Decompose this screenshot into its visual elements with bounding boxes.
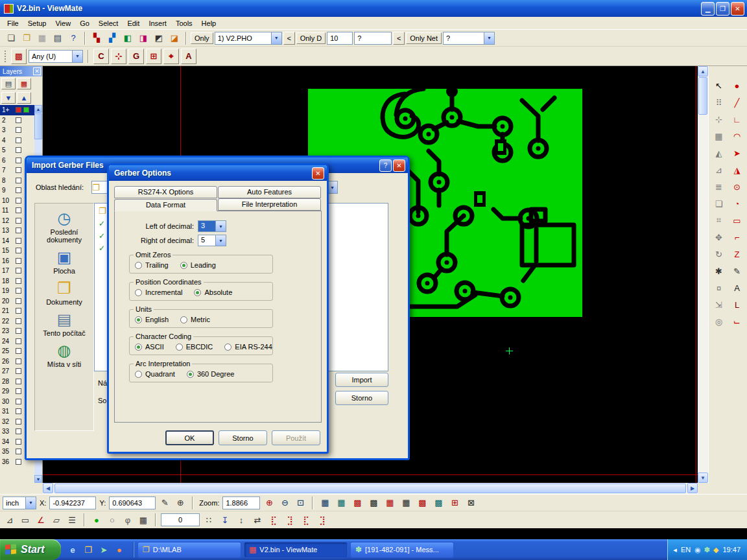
chevron-down-icon[interactable]: ▼ <box>215 221 226 231</box>
close-icon[interactable]: ✕ <box>33 67 41 75</box>
red-dot-grid-icon-2[interactable]: ⣹ <box>283 513 297 527</box>
layer-swatch[interactable] <box>16 178 21 183</box>
layer-swatch[interactable] <box>16 358 21 364</box>
dcode-highlight-icon[interactable]: ▚ <box>89 31 104 45</box>
language-indicator[interactable]: EN <box>681 546 691 554</box>
draw-hook-icon[interactable]: ⌙ <box>729 314 746 329</box>
vertical-scroll-thumb[interactable] <box>698 77 707 115</box>
net-select[interactable]: ? ▼ <box>443 32 495 45</box>
cancel-button[interactable]: Storno <box>219 430 267 445</box>
help-pointer-icon[interactable]: ? <box>66 31 80 45</box>
menu-item-setup[interactable]: Setup <box>23 18 51 29</box>
net-highlight-icon[interactable]: ◩ <box>152 31 166 45</box>
layer-row-3[interactable]: 3 <box>0 125 34 135</box>
probe-icon[interactable]: ¤ <box>711 280 728 296</box>
restore-button[interactable]: ❐ <box>716 2 729 16</box>
open-folder-icon[interactable]: ❐ <box>19 31 34 45</box>
select-cursor-icon[interactable]: ↖ <box>711 78 728 93</box>
dcode-input[interactable]: 10 <box>327 32 353 45</box>
task-messenger[interactable]: ✽[191-482-091] - Mess... <box>350 542 454 558</box>
layer-swatch[interactable] <box>16 288 21 294</box>
layer-swatch[interactable] <box>16 308 21 314</box>
minimize-button[interactable]: ▁ <box>701 2 715 16</box>
layer-swatch[interactable] <box>16 298 21 304</box>
scroll-up-icon[interactable]: ▲ <box>698 66 708 76</box>
layer-swatch[interactable] <box>16 408 21 414</box>
layer-swatch[interactable] <box>16 428 21 434</box>
scroll-right-icon[interactable]: ▶ <box>687 483 698 493</box>
measure-rect-icon[interactable]: ▭ <box>18 513 32 527</box>
media-icon[interactable]: ➤ <box>97 543 110 556</box>
layer-swatch[interactable] <box>16 258 21 264</box>
layer-swatch[interactable] <box>16 218 21 224</box>
place-documents[interactable]: ❐Dokumenty <box>36 280 92 306</box>
radio-incremental[interactable]: Incremental <box>135 288 182 296</box>
tab-rs274-x-options[interactable]: RS274-X Options <box>114 186 217 198</box>
help-icon[interactable]: ? <box>379 159 392 172</box>
filled-rect-icon[interactable]: ▦ <box>711 128 728 144</box>
gerber-icon[interactable]: G <box>128 49 144 64</box>
red-dot-grid-icon-1[interactable]: ⣏ <box>267 513 281 527</box>
radio-metric[interactable]: Metric <box>180 316 210 323</box>
measure-distance-icon[interactable]: ⊿ <box>3 513 17 527</box>
negative-red-icon[interactable]: ▩ <box>415 496 429 510</box>
table-icon[interactable]: ▦ <box>136 513 150 527</box>
layer-swatch[interactable] <box>16 187 21 193</box>
query-icon[interactable]: ◪ <box>167 31 182 45</box>
label-l-icon[interactable]: L <box>729 297 746 312</box>
layer-swatch[interactable] <box>16 248 21 253</box>
only-layer-toggle[interactable]: Only <box>191 32 213 44</box>
browser-icon[interactable]: ● <box>113 543 126 556</box>
status-light-icon[interactable]: ● <box>89 513 104 527</box>
layer-swatch[interactable] <box>16 348 21 354</box>
origin-target-icon[interactable]: ⊕ <box>173 496 187 510</box>
layer-swatch[interactable] <box>16 449 21 454</box>
scroll-down-icon[interactable]: ▼ <box>34 475 42 483</box>
move-icon[interactable]: ✥ <box>711 229 728 245</box>
layers-scroll-thumb[interactable] <box>34 113 42 139</box>
menu-item-view[interactable]: View <box>51 18 75 29</box>
level-icon[interactable]: ≣ <box>711 179 728 194</box>
draw-rect-icon[interactable]: ▭ <box>729 213 746 228</box>
radio-leading[interactable]: Leading <box>180 261 216 269</box>
layer-table-icon[interactable]: ▤ <box>1 78 16 89</box>
layer-swatch[interactable] <box>16 268 21 274</box>
rotate-icon[interactable]: ↻ <box>711 246 728 262</box>
radio-absolute[interactable]: Absolute <box>194 288 232 296</box>
swap-layers-icon[interactable]: ◧ <box>121 31 135 45</box>
layer-swatch[interactable] <box>16 167 21 173</box>
layer-swatch[interactable] <box>16 318 21 324</box>
toolbar-grip[interactable] <box>5 51 7 62</box>
menu-item-go[interactable]: Go <box>75 18 94 29</box>
radio-eia-rs-244[interactable]: EIA RS-244 <box>224 343 272 351</box>
layer-row-1[interactable]: 1+ <box>0 105 34 115</box>
layer-swatch[interactable] <box>16 388 21 394</box>
red-dot-grid-icon-3[interactable]: ⣏ <box>299 513 313 527</box>
right-decimal-select[interactable]: 5 ▼ <box>198 235 226 246</box>
measure-angle-icon[interactable]: ∠ <box>34 513 48 527</box>
zoom-in-icon[interactable]: ⊕ <box>262 496 276 510</box>
chevron-down-icon[interactable]: ▼ <box>484 32 494 44</box>
menu-item-tools[interactable]: Tools <box>171 18 197 29</box>
layer-swatch[interactable] <box>16 207 21 213</box>
horizontal-scrollbar[interactable]: ◀ ▶ <box>43 483 698 494</box>
layer-row-4[interactable]: 4 <box>0 135 34 146</box>
start-button[interactable]: Start <box>0 539 61 560</box>
radio-ebcdic[interactable]: EBCDIC <box>176 343 213 351</box>
layers-panel-header[interactable]: Layers ✕ <box>0 66 42 76</box>
radio-quadrant[interactable]: Quadrant <box>135 370 175 378</box>
close-icon[interactable]: ✕ <box>393 159 405 172</box>
task-viewmate[interactable]: ▦V2.bin - ViewMate <box>244 542 348 558</box>
draw-triangle-icon[interactable]: ◮ <box>729 162 746 178</box>
probe-b-icon[interactable]: φ <box>121 513 135 527</box>
layer-colors-icon[interactable]: ▦ <box>17 78 31 89</box>
layer-swatch[interactable] <box>16 379 21 384</box>
zoom-window-icon[interactable]: ⊡ <box>293 496 307 510</box>
draw-line-icon[interactable]: ╱ <box>729 95 746 110</box>
draw-circle-icon[interactable]: ⊙ <box>729 179 746 194</box>
chevron-down-icon[interactable]: ▼ <box>25 497 36 509</box>
layer-swatch[interactable] <box>16 127 21 133</box>
highlight-point-icon[interactable]: ● <box>729 78 746 93</box>
anchor-down-icon[interactable]: ↧ <box>218 513 232 527</box>
composite-red-icon[interactable]: ▦ <box>383 496 397 510</box>
